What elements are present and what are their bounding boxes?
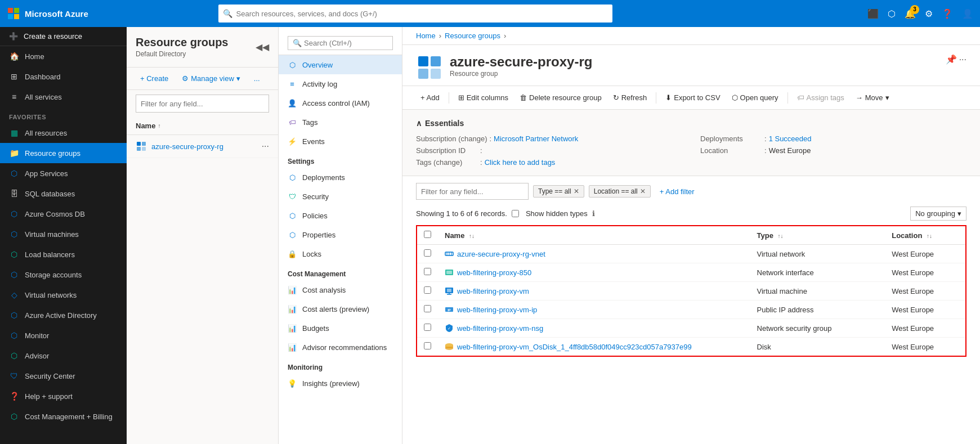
row-checkbox[interactable] [424, 249, 431, 257]
location-filter-remove[interactable]: ✕ [640, 187, 646, 195]
row-checkbox[interactable] [424, 305, 431, 312]
sidebar-item-security-center[interactable]: 🛡 Security Center [0, 366, 127, 386]
create-resource-button[interactable]: ➕ Create a resource [0, 27, 127, 46]
header-more-icon[interactable]: ··· [959, 55, 966, 65]
nav-item-overview[interactable]: ⬡ Overview [279, 55, 402, 74]
nav-item-properties[interactable]: ⬡ Properties [279, 225, 402, 244]
resource-link[interactable]: web-filtering-proxy-850 [445, 268, 744, 277]
search-input[interactable] [218, 5, 612, 23]
select-all-checkbox[interactable] [424, 231, 431, 238]
resource-link[interactable]: web-filtering-proxy-vm_OsDisk_1_4ff8db58… [445, 342, 744, 351]
sidebar-label-security-center: Security Center [25, 372, 75, 380]
table-row: ✓ web-filtering-proxy-vm-nsg Network sec… [417, 319, 966, 338]
tags-value[interactable]: Click here to add tags [485, 158, 556, 167]
row-checkbox[interactable] [424, 286, 431, 294]
rg-item-more[interactable]: ··· [262, 141, 269, 151]
breadcrumb-home[interactable]: Home [416, 32, 436, 40]
rg-manage-view-button[interactable]: ⚙ Manage view ▾ [177, 72, 245, 85]
move-button[interactable]: → Move ▾ [851, 91, 894, 105]
sidebar-item-app-services[interactable]: ⬡ App Services [0, 163, 127, 183]
nav-item-budgets[interactable]: 📊 Budgets [279, 319, 402, 338]
pin-icon[interactable]: 📌 [946, 54, 957, 65]
add-filter-button[interactable]: + Add filter [655, 186, 699, 198]
sidebar-item-advisor[interactable]: ⬡ Advisor [0, 346, 127, 366]
resource-link[interactable]: azure-secure-proxy-rg-vnet [445, 249, 744, 258]
type-column-header[interactable]: Type ↑↓ [750, 226, 885, 245]
table-row: web-filtering-proxy-vm_OsDisk_1_4ff8db58… [417, 338, 966, 357]
edit-columns-button[interactable]: ⊞ Edit columns [454, 91, 513, 105]
nav-item-cost-analysis[interactable]: 📊 Cost analysis [279, 280, 402, 299]
nav-item-deployments[interactable]: ⬡ Deployments [279, 168, 402, 187]
sidebar-item-help-support[interactable]: ❓ Help + support [0, 386, 127, 406]
help-icon[interactable]: ❓ [942, 8, 953, 19]
resource-link[interactable]: web-filtering-proxy-vm [445, 286, 744, 295]
sidebar-item-home[interactable]: 🏠 Home [0, 46, 127, 66]
name-column-header[interactable]: Name ↑↓ [438, 226, 750, 245]
export-csv-button[interactable]: ⬇ Export to CSV [661, 91, 724, 105]
settings-icon[interactable]: ⚙ [925, 8, 933, 19]
rg-list-item[interactable]: azure-secure-proxy-rg ··· [127, 135, 278, 158]
nav-item-activity-log[interactable]: ≡ Activity log [279, 74, 402, 93]
resource-group-icon [416, 54, 443, 81]
sidebar-item-dashboard[interactable]: ⊞ Dashboard [0, 66, 127, 87]
resource-type-icon [445, 249, 454, 258]
activity-log-icon: ≡ [288, 79, 297, 88]
sidebar-item-load-balancers[interactable]: ⬡ Load balancers [0, 244, 127, 264]
delete-button[interactable]: 🗑 Delete resource group [515, 91, 606, 105]
show-hidden-types-checkbox[interactable] [512, 210, 519, 217]
notification-icon[interactable]: 🔔 3 [905, 8, 916, 19]
move-chevron-icon: ▾ [885, 93, 889, 102]
rg-panel-collapse[interactable]: ◀◀ [256, 42, 269, 52]
resource-link[interactable]: IP web-filtering-proxy-vm-ip [445, 305, 744, 314]
subscription-label: Subscription (change) [416, 134, 487, 143]
rg-create-button[interactable]: + Create [136, 72, 173, 85]
rg-filter-input[interactable] [136, 95, 269, 113]
directory-icon[interactable]: ⬡ [888, 8, 896, 19]
row-checkbox[interactable] [424, 342, 431, 349]
sidebar-item-virtual-machines[interactable]: ⬡ Virtual machines [0, 224, 127, 244]
nav-item-advisor-recommendations[interactable]: 📊 Advisor recommendations [279, 338, 402, 357]
assign-tags-button[interactable]: 🏷 Assign tags [793, 91, 849, 105]
open-query-button[interactable]: ⬡ Open query [727, 91, 783, 105]
row-checkbox[interactable] [424, 324, 431, 331]
breadcrumb-resource-groups[interactable]: Resource groups [445, 32, 500, 40]
nav-item-cost-alerts[interactable]: 📊 Cost alerts (preview) [279, 299, 402, 319]
sidebar-item-all-services[interactable]: ≡ All services [0, 87, 127, 107]
cloud-shell-icon[interactable]: ⬛ [867, 8, 879, 19]
rg-more-button[interactable]: ... [249, 72, 265, 85]
subscription-value[interactable]: Microsoft Partner Network [494, 134, 578, 143]
add-button[interactable]: + Add [416, 91, 444, 105]
nav-search-input[interactable] [304, 39, 388, 47]
account-icon[interactable]: 👤 [962, 8, 973, 19]
grouping-select[interactable]: No grouping ▾ [910, 207, 966, 221]
sidebar-item-sql-databases[interactable]: 🗄 SQL databases [0, 183, 127, 204]
refresh-button[interactable]: ↻ Refresh [608, 91, 652, 105]
location-column-header[interactable]: Location ↑↓ [885, 226, 966, 245]
nav-item-locks[interactable]: 🔒 Locks [279, 244, 402, 263]
svg-rect-19 [447, 289, 451, 292]
row-type-cell: Public IP address [750, 301, 885, 319]
rg-item-name[interactable]: azure-secure-proxy-rg [151, 142, 257, 151]
home-icon: 🏠 [9, 51, 19, 61]
deployments-value[interactable]: 1 Succeeded [769, 134, 812, 143]
nav-item-security[interactable]: 🛡 Security [279, 187, 402, 206]
sidebar-item-resource-groups[interactable]: 📁 Resource groups [0, 143, 127, 163]
sidebar-item-virtual-networks[interactable]: ◇ Virtual networks [0, 285, 127, 305]
search-bar[interactable]: 🔍 [218, 5, 612, 23]
nav-item-insights[interactable]: 💡 Insights (preview) [279, 374, 402, 393]
sidebar-item-cost-management[interactable]: ⬡ Cost Management + Billing [0, 406, 127, 427]
resource-filter-input[interactable] [416, 183, 529, 200]
nav-search[interactable]: 🔍 [288, 36, 393, 50]
nav-item-policies[interactable]: ⬡ Policies [279, 206, 402, 225]
sidebar-item-all-resources[interactable]: ▦ All resources [0, 123, 127, 143]
sidebar-item-cosmos-db[interactable]: ⬡ Azure Cosmos DB [0, 204, 127, 224]
nav-item-events[interactable]: ⚡ Events [279, 132, 402, 151]
sidebar-item-monitor[interactable]: ⬡ Monitor [0, 325, 127, 346]
nav-item-tags[interactable]: 🏷 Tags [279, 113, 402, 132]
sidebar-item-storage-accounts[interactable]: ⬡ Storage accounts [0, 264, 127, 285]
row-checkbox[interactable] [424, 268, 431, 275]
resource-link[interactable]: ✓ web-filtering-proxy-vm-nsg [445, 324, 744, 333]
nav-item-access-control[interactable]: 👤 Access control (IAM) [279, 93, 402, 113]
type-filter-remove[interactable]: ✕ [574, 187, 579, 195]
sidebar-item-azure-ad[interactable]: ⬡ Azure Active Directory [0, 305, 127, 325]
